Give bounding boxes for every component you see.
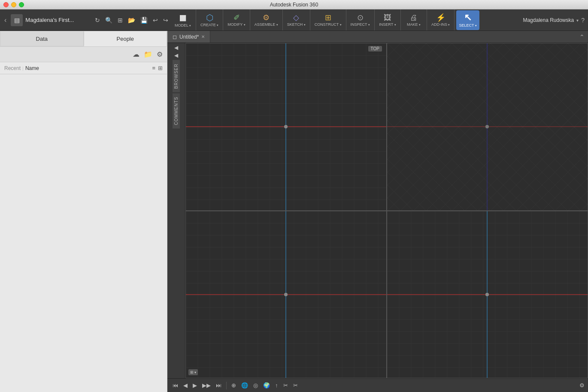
redo-icon[interactable]: ↪ [161, 15, 170, 25]
addins-tool[interactable]: ⚡ ADD-INS ▾ [429, 10, 453, 30]
close-button[interactable] [3, 2, 9, 7]
sketch-icon: ◇ [293, 14, 299, 21]
search-divider: | [22, 66, 24, 71]
sidebar-content [0, 74, 167, 392]
search-icon[interactable]: 🔍 [103, 15, 114, 25]
viewport-control-bottom-left[interactable]: ⊞▾ [188, 369, 198, 375]
left-sidebar: Data People ☁ 📁 ⚙ Recent | Name ≡ ⊞ [0, 31, 167, 392]
insert-icon: 🖼 [384, 14, 391, 21]
select-icon: ↖ [464, 13, 472, 22]
modify-label: MODIFY ▾ [227, 22, 245, 27]
collapse-arrow-2[interactable]: ◀ [174, 52, 178, 58]
model-tool-group: ◼ MODEL ▾ [170, 9, 196, 30]
title-bar: Autodesk Fusion 360 [0, 0, 588, 9]
addins-tool-group: ⚡ ADD-INS ▾ [427, 9, 455, 30]
search-name: Name [25, 65, 39, 71]
step-start-button[interactable]: ⏮ [171, 381, 180, 390]
grid-view-icon[interactable]: ⊞ [158, 65, 163, 71]
toolbar-separator-1 [226, 382, 227, 389]
select-tool[interactable]: ↖ SELECT ▾ [456, 10, 479, 30]
viewport-top-right[interactable] [387, 43, 588, 211]
inspect-label: INSPECT ▾ [351, 22, 370, 27]
modify-icon: ✐ [233, 14, 240, 21]
make-tool[interactable]: 🖨 MAKE ▾ [403, 10, 425, 30]
inspect-tool[interactable]: ⊙ INSPECT ▾ [348, 10, 373, 30]
minimize-button[interactable] [11, 2, 16, 7]
settings-icon[interactable]: ⚙ [157, 50, 163, 58]
construct-tool[interactable]: ⊞ CONSTRUCT ▾ [312, 10, 344, 30]
list-view-icon[interactable]: ≡ [152, 65, 155, 71]
viewport-canvas-bottom-left [186, 211, 386, 378]
sidebar-tabs: Data People [0, 31, 167, 47]
make-label: MAKE ▾ [407, 22, 421, 27]
sketch-tool[interactable]: ◇ SKETCH ▾ [285, 10, 308, 30]
open-file-icon[interactable]: 📂 [126, 15, 137, 25]
viewport-bottom-right[interactable] [387, 211, 588, 379]
tab-expand-icon[interactable]: ⌃ [576, 33, 588, 40]
insert-tool[interactable]: 🖼 INSERT ▾ [376, 10, 399, 30]
file-tab[interactable]: ◻ Untitled* ✕ [167, 31, 210, 43]
user-dropdown-icon[interactable]: ▾ [576, 18, 579, 23]
settings-gear-button[interactable]: ⚙ [579, 382, 585, 389]
crosshair-tool[interactable]: ⊕ [230, 381, 238, 390]
cursor-tool[interactable]: ↑ [273, 381, 280, 390]
doc-toolbar-icons: ↻ 🔍 ⊞ 📂 💾 ↩ ↪ [93, 15, 170, 25]
undo-icon[interactable]: ↩ [151, 15, 160, 25]
recent-label: Recent [4, 65, 21, 71]
tab-people[interactable]: People [84, 31, 167, 46]
assemble-tool[interactable]: ⚙ ASSEMBLE ▾ [252, 10, 281, 30]
tab-close-button[interactable]: ✕ [201, 34, 205, 39]
play-button[interactable]: ▶ [191, 381, 199, 390]
viewport-top-left[interactable]: TOP [185, 43, 387, 211]
tab-label: Untitled* [179, 34, 199, 40]
back-button[interactable]: ‹ [3, 15, 8, 25]
globe-tool[interactable]: 🌐 [239, 381, 250, 390]
create-tool[interactable]: ⬡ CREATE ▾ [198, 10, 221, 30]
help-button[interactable]: ? [581, 17, 585, 24]
document-title: Magdalena's First... [25, 17, 91, 23]
cut-tool-2[interactable]: ✂ [291, 381, 300, 390]
make-tool-group: 🖨 MAKE ▾ [401, 9, 427, 30]
sidebar-actions: ☁ 📁 ⚙ [0, 47, 167, 62]
tab-data[interactable]: Data [0, 31, 84, 46]
collapse-arrow-1[interactable]: ◀ [174, 45, 178, 51]
left-controls: ‹ ▤ Magdalena's First... ↻ 🔍 ⊞ 📂 💾 ↩ ↪ [3, 14, 170, 26]
apps-grid-icon[interactable]: ⊞ [116, 15, 124, 25]
model-tool[interactable]: ◼ MODEL ▾ [172, 10, 194, 30]
step-end-button[interactable]: ⏭ [214, 381, 223, 390]
refresh-icon[interactable]: ↻ [93, 15, 102, 25]
bottom-toolbar: ⏮ ◀ ▶ ▶▶ ⏭ ⊕ 🌐 ◎ 🌍 ↑ ✂ ✂ ⚙ [167, 378, 588, 392]
orbit-tool[interactable]: ◎ [252, 381, 260, 390]
folder-new-icon[interactable]: 📁 [144, 50, 152, 58]
viewport-label-top: TOP [368, 46, 382, 52]
globe2-tool[interactable]: 🌍 [261, 381, 272, 390]
insert-tool-group: 🖼 INSERT ▾ [375, 9, 401, 30]
fast-forward-button[interactable]: ▶▶ [200, 381, 212, 390]
search-view-icons: ≡ ⊞ [152, 65, 163, 71]
save-icon[interactable]: 💾 [139, 15, 149, 25]
cad-area: ◻ Untitled* ✕ ⌃ ◀ ◀ BROWSER COMMENTS [167, 31, 588, 392]
addins-icon: ⚡ [436, 14, 446, 21]
model-icon: ◼ [179, 13, 187, 22]
tab-file-icon: ◻ [173, 34, 177, 40]
assemble-icon: ⚙ [263, 14, 270, 21]
cut-tool-1[interactable]: ✂ [282, 381, 290, 390]
assemble-label: ASSEMBLE ▾ [255, 22, 278, 27]
viewport-canvas-bottom-right [387, 211, 588, 378]
modify-tool[interactable]: ✐ MODIFY ▾ [225, 10, 248, 30]
create-label: CREATE ▾ [200, 23, 218, 27]
user-area: Magdalena Rudowska ▾ ? [523, 9, 585, 31]
sketch-tool-group: ◇ SKETCH ▾ [283, 9, 310, 30]
assemble-tool-group: ⚙ ASSEMBLE ▾ [250, 9, 283, 30]
top-toolbar: ‹ ▤ Magdalena's First... ↻ 🔍 ⊞ 📂 💾 ↩ ↪ ◼… [0, 9, 588, 31]
create-tool-group: ⬡ CREATE ▾ [196, 9, 223, 30]
maximize-button[interactable] [19, 2, 24, 7]
upload-icon[interactable]: ☁ [133, 50, 139, 58]
viewport-bottom-left[interactable]: ⊞▾ [185, 211, 387, 379]
step-back-button[interactable]: ◀ [182, 381, 189, 390]
comments-panel-tab[interactable]: COMMENTS [173, 93, 180, 128]
modify-tool-group: ✐ MODIFY ▾ [223, 9, 250, 30]
insert-label: INSERT ▾ [379, 22, 396, 27]
inspect-icon: ⊙ [357, 14, 364, 21]
browser-panel-tab[interactable]: BROWSER [173, 60, 180, 92]
